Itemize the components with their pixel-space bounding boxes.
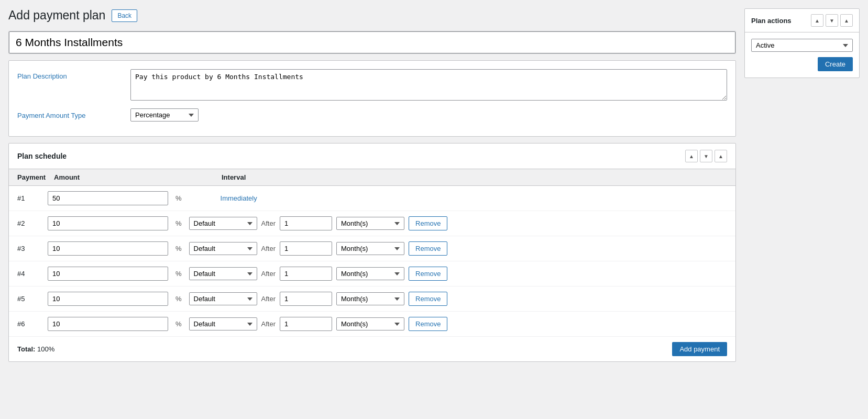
interval-value-input[interactable]	[280, 241, 332, 256]
payment-num: #4	[17, 270, 43, 278]
plan-actions-header: Plan actions ▲ ▼ ▲	[745, 9, 859, 32]
after-label: After	[261, 245, 276, 252]
plan-description-label: Plan Description	[17, 69, 122, 80]
schedule-table-header: Payment Amount Interval	[9, 169, 735, 186]
interval-group: Default After Month(s) Day(s) Week(s) Ye…	[189, 216, 448, 230]
remove-button[interactable]: Remove	[409, 317, 447, 331]
plan-name-card	[8, 31, 736, 54]
interval-value-input[interactable]	[280, 267, 332, 281]
interval-unit-select[interactable]: Month(s) Day(s) Week(s) Year(s)	[336, 217, 404, 230]
total-label: Total:	[17, 345, 35, 353]
plan-actions-controls: ▲ ▼ ▲	[811, 14, 853, 27]
create-button[interactable]: Create	[818, 57, 853, 71]
plan-name-input[interactable]	[9, 31, 735, 53]
plan-schedule-card: Plan schedule ▲ ▼ ▲ Payment Amount Inter…	[8, 143, 736, 362]
schedule-controls: ▲ ▼ ▲	[685, 150, 727, 162]
plan-actions-up-button[interactable]: ▲	[811, 14, 823, 27]
total-value: 100%	[37, 345, 54, 353]
back-button[interactable]: Back	[112, 9, 137, 22]
payment-amount-type-label: Payment Amount Type	[17, 108, 122, 119]
schedule-header: Plan schedule ▲ ▼ ▲	[9, 144, 735, 169]
plan-actions-card: Plan actions ▲ ▼ ▲ Active Draft Create	[744, 8, 860, 78]
remove-button[interactable]: Remove	[409, 241, 447, 256]
page-header: Add payment plan Back	[8, 8, 736, 23]
remove-button[interactable]: Remove	[409, 216, 447, 230]
payment-num: #1	[17, 194, 43, 202]
pct-label: %	[175, 320, 182, 328]
col-interval: Interval	[222, 173, 727, 181]
page-title: Add payment plan	[8, 8, 105, 23]
interval-type-select[interactable]: Default	[189, 217, 257, 230]
status-select[interactable]: Active Draft	[751, 39, 853, 52]
interval-type-select[interactable]: Default	[189, 267, 257, 280]
interval-type-select[interactable]: Default	[189, 317, 257, 330]
interval-value-input[interactable]	[280, 216, 332, 230]
pct-label: %	[175, 219, 182, 227]
amount-input[interactable]	[48, 292, 168, 306]
pct-label: %	[175, 270, 182, 278]
col-amount: Amount	[54, 173, 222, 181]
payment-num: #5	[17, 295, 43, 303]
plan-actions-collapse-button[interactable]: ▲	[840, 14, 853, 27]
table-row: #1 % Immediately	[9, 186, 735, 211]
interval-value-input[interactable]	[280, 317, 332, 331]
plan-description-textarea[interactable]: Pay this product by 6 Months Installment…	[130, 69, 727, 101]
amount-input[interactable]	[48, 216, 168, 230]
schedule-footer: Total: 100% Add payment	[9, 337, 735, 361]
amount-input[interactable]	[48, 241, 168, 256]
plan-actions-down-button[interactable]: ▼	[826, 14, 838, 27]
plan-actions-title: Plan actions	[751, 17, 792, 25]
after-label: After	[261, 219, 276, 227]
table-row: #2 % Default After Month(s) Day(s) Week(…	[9, 211, 735, 236]
table-row: #3 % Default After Month(s) Day(s) Week(…	[9, 236, 735, 261]
plan-description-field: Pay this product by 6 Months Installment…	[130, 69, 727, 102]
after-label: After	[261, 320, 276, 328]
payment-num: #6	[17, 320, 43, 328]
payment-amount-type-field: Percentage Fixed	[130, 108, 727, 122]
plan-details-card: Plan Description Pay this product by 6 M…	[8, 60, 736, 137]
plan-description-row: Plan Description Pay this product by 6 M…	[17, 69, 727, 102]
payment-amount-type-select[interactable]: Percentage Fixed	[130, 108, 199, 122]
table-row: #6 % Default After Month(s) Day(s) Week(…	[9, 312, 735, 337]
interval-unit-select[interactable]: Month(s) Day(s) Week(s) Year(s)	[336, 267, 404, 280]
interval-group: Default After Month(s) Day(s) Week(s) Ye…	[189, 241, 448, 256]
interval-unit-select[interactable]: Month(s) Day(s) Week(s) Year(s)	[336, 292, 404, 305]
payment-num: #3	[17, 245, 43, 252]
amount-input[interactable]	[48, 267, 168, 281]
plan-actions-body: Active Draft Create	[745, 32, 859, 78]
schedule-collapse-button[interactable]: ▲	[715, 150, 727, 162]
after-label: After	[261, 270, 276, 278]
col-payment: Payment	[17, 173, 54, 181]
interval-group: Default After Month(s) Day(s) Week(s) Ye…	[189, 267, 448, 281]
immediately-text: Immediately	[221, 194, 257, 202]
schedule-up-button[interactable]: ▲	[685, 150, 698, 162]
table-row: #4 % Default After Month(s) Day(s) Week(…	[9, 261, 735, 286]
interval-value-input[interactable]	[280, 292, 332, 306]
remove-button[interactable]: Remove	[409, 292, 447, 306]
interval-unit-select[interactable]: Month(s) Day(s) Week(s) Year(s)	[336, 317, 404, 330]
interval-type-select[interactable]: Default	[189, 292, 257, 305]
interval-group: Default After Month(s) Day(s) Week(s) Ye…	[189, 292, 448, 306]
interval-type-select[interactable]: Default	[189, 242, 257, 255]
schedule-down-button[interactable]: ▼	[700, 150, 712, 162]
table-row: #5 % Default After Month(s) Day(s) Week(…	[9, 286, 735, 312]
pct-label: %	[175, 245, 182, 252]
payment-num: #2	[17, 219, 43, 227]
interval-unit-select[interactable]: Month(s) Day(s) Week(s) Year(s)	[336, 242, 404, 255]
schedule-title: Plan schedule	[17, 152, 67, 160]
interval-group: Default After Month(s) Day(s) Week(s) Ye…	[189, 317, 448, 331]
amount-input[interactable]	[48, 191, 168, 205]
after-label: After	[261, 295, 276, 303]
sidebar: Plan actions ▲ ▼ ▲ Active Draft Create	[744, 8, 860, 362]
pct-label: %	[175, 295, 182, 303]
add-payment-button[interactable]: Add payment	[672, 342, 727, 356]
payment-amount-type-row: Payment Amount Type Percentage Fixed	[17, 108, 727, 122]
pct-label: %	[175, 194, 182, 202]
remove-button[interactable]: Remove	[409, 267, 447, 281]
amount-input[interactable]	[48, 317, 168, 331]
total-text: Total: 100%	[17, 345, 54, 353]
